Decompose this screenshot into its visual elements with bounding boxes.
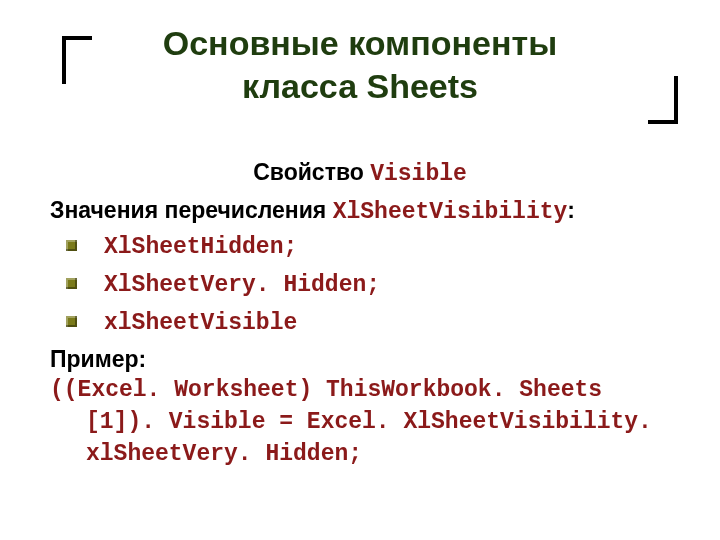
- title-line-1: Основные компоненты: [163, 24, 558, 62]
- title-block: Основные компоненты класса Sheets: [0, 0, 720, 107]
- corner-decoration-bottom-right: [648, 76, 678, 124]
- enum-value: xlSheetVisible: [104, 310, 297, 336]
- example-label: Пример:: [50, 344, 670, 376]
- enum-suffix: :: [567, 197, 575, 223]
- code-line: [1]). Visible = Excel. XlSheetVisibility…: [50, 407, 670, 439]
- code-line: ((Excel. Worksheet) ThisWorkbook. Sheets: [50, 375, 670, 407]
- content-block: Свойство Visible Значения перечисления X…: [0, 107, 720, 471]
- enum-code: XlSheetVisibility: [333, 199, 568, 225]
- code-line: xlSheetVery. Hidden;: [50, 439, 670, 471]
- slide-title: Основные компоненты класса Sheets: [0, 22, 720, 107]
- subtitle-code: Visible: [370, 161, 467, 187]
- list-item: xlSheetVisible: [66, 306, 670, 340]
- enum-label: Значения перечисления: [50, 197, 333, 223]
- list-item: XlSheetHidden;: [66, 230, 670, 264]
- enum-value: XlSheetVery. Hidden;: [104, 272, 380, 298]
- subtitle-label: Свойство: [253, 159, 370, 185]
- corner-decoration-top-left: [62, 36, 92, 84]
- property-subtitle: Свойство Visible: [50, 157, 670, 191]
- list-item: XlSheetVery. Hidden;: [66, 268, 670, 302]
- enum-values-list: XlSheetHidden; XlSheetVery. Hidden; xlSh…: [50, 230, 670, 339]
- title-line-2: класса Sheets: [242, 67, 478, 105]
- code-example: ((Excel. Worksheet) ThisWorkbook. Sheets…: [50, 375, 670, 470]
- enum-value: XlSheetHidden;: [104, 234, 297, 260]
- enum-intro: Значения перечисления XlSheetVisibility:: [50, 195, 670, 229]
